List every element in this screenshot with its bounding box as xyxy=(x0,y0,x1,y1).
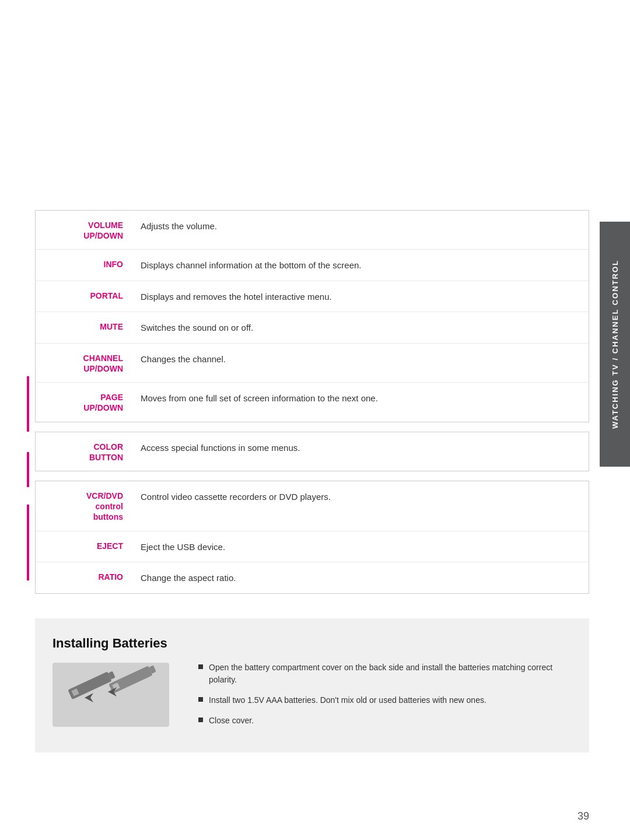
row-value: Access special functions in some menus. xyxy=(141,440,577,455)
row-key: RATIO xyxy=(47,570,141,582)
row-key: VCR/DVDcontrolbuttons xyxy=(47,489,141,523)
row-key: PORTAL xyxy=(47,289,141,301)
sidebar-label-text: WATCHING TV / CHANNEL CONTROL xyxy=(611,260,620,429)
row-key: PAGEUP/DOWN xyxy=(47,391,141,413)
sidebar-label: WATCHING TV / CHANNEL CONTROL xyxy=(600,222,630,467)
batteries-list: Open the battery compartment cover on th… xyxy=(198,662,572,727)
row-key: INFO xyxy=(47,258,141,270)
row-key: MUTE xyxy=(47,320,141,332)
row-value: Switches the sound on or off. xyxy=(141,320,577,335)
table-row: VOLUMEUP/DOWN Adjusts the volume. xyxy=(36,211,589,250)
accent-bar-2 xyxy=(27,452,29,487)
row-value: Changes the channel. xyxy=(141,352,577,366)
row-value: Displays channel information at the bott… xyxy=(141,258,577,272)
table-row: INFO Displays channel information at the… xyxy=(36,250,589,281)
table-row: EJECT Eject the USB device. xyxy=(36,531,589,563)
row-value: Adjusts the volume. xyxy=(141,219,577,233)
table-row: VCR/DVDcontrolbuttons Control video cass… xyxy=(36,481,589,531)
list-item-text: Install two 1.5V AAA batteries. Don't mi… xyxy=(209,694,487,706)
row-key: EJECT xyxy=(47,540,141,551)
list-item: Close cover. xyxy=(198,715,572,727)
main-content: VOLUMEUP/DOWN Adjusts the volume. INFO D… xyxy=(35,210,589,603)
batteries-right: Open the battery compartment cover on th… xyxy=(198,636,572,735)
page-number: 39 xyxy=(578,810,589,822)
table-section-3: VCR/DVDcontrolbuttons Control video cass… xyxy=(35,481,589,594)
row-value: Moves from one full set of screen inform… xyxy=(141,391,577,405)
table-section-1: VOLUMEUP/DOWN Adjusts the volume. INFO D… xyxy=(35,210,589,422)
row-value: Eject the USB device. xyxy=(141,540,577,554)
batteries-image xyxy=(52,663,169,727)
row-key: COLORBUTTON xyxy=(47,440,141,463)
list-item-text: Close cover. xyxy=(209,715,254,727)
row-key-channel: CHANNELUP/DOWN xyxy=(47,352,141,374)
batteries-title: Installing Batteries xyxy=(52,636,181,651)
table-row: RATIO Change the aspect ratio. xyxy=(36,562,589,593)
table-row: MUTE Switches the sound on or off. xyxy=(36,312,589,344)
list-item-text: Open the battery compartment cover on th… xyxy=(209,662,572,686)
batteries-section: Installing Batteries xyxy=(35,618,589,752)
row-value: Change the aspect ratio. xyxy=(141,570,577,585)
list-item: Install two 1.5V AAA batteries. Don't mi… xyxy=(198,694,572,706)
batteries-left: Installing Batteries xyxy=(52,636,181,727)
table-row: COLORBUTTON Access special functions in … xyxy=(36,432,589,471)
table-section-2: COLORBUTTON Access special functions in … xyxy=(35,432,589,471)
svg-marker-6 xyxy=(85,693,93,702)
bullet-icon xyxy=(198,664,203,669)
table-row: CHANNELUP/DOWN Changes the channel. xyxy=(36,344,589,383)
accent-bar-1 xyxy=(27,376,29,432)
accent-bar-3 xyxy=(27,505,29,580)
bullet-icon xyxy=(198,697,203,702)
bullet-icon xyxy=(198,718,203,722)
row-value: Control video cassette recorders or DVD … xyxy=(141,489,577,504)
battery-illustration xyxy=(52,663,169,727)
table-row: PAGEUP/DOWN Moves from one full set of s… xyxy=(36,383,589,421)
row-value: Displays and removes the hotel interacti… xyxy=(141,289,577,304)
table-row: PORTAL Displays and removes the hotel in… xyxy=(36,281,589,313)
row-key: VOLUMEUP/DOWN xyxy=(47,219,141,241)
list-item: Open the battery compartment cover on th… xyxy=(198,662,572,686)
